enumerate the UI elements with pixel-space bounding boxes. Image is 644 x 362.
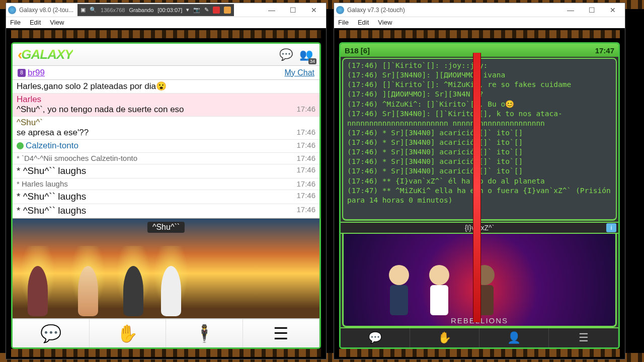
camera-icon[interactable]: 📷 — [193, 7, 200, 13]
galaxy-logo: GALAXY — [21, 47, 72, 62]
people-badge: 34 — [308, 58, 316, 64]
chat-time: 17:46 — [296, 105, 315, 113]
chat-time: 17:46 — [296, 154, 315, 162]
chat-text: * ^Shu^`` laughs — [17, 165, 296, 176]
chat-text: ^Shu^`, yo no tengo nada de suerte con e… — [17, 105, 296, 115]
nav-list-icon[interactable]: ☰ — [549, 328, 618, 347]
game-panel-right: B18 [6] 17:47 (17:46) []`Kirito`[]: :joy… — [339, 42, 620, 349]
chat-text: * Harles laughs — [17, 179, 296, 188]
bottom-nav: 💬 ✋ 🕴 ☰ — [13, 318, 319, 347]
pencil-icon[interactable]: ✎ — [204, 7, 209, 13]
close-button[interactable]: ✕ — [603, 4, 623, 16]
chat-text: Calzetin-tonto — [26, 141, 296, 151]
menubar-left: File Edit View — [6, 17, 326, 28]
nav-person-icon[interactable]: 👤 — [479, 328, 549, 347]
chat-time: 17:46 — [296, 179, 315, 188]
maximize-button[interactable]: ☐ — [582, 4, 602, 16]
right-window: Galaxy v7.3 (2-touch) — ☐ ✕ File Edit Vi… — [334, 3, 625, 359]
chat-nick: ^Shu^` — [17, 118, 315, 128]
nav-chat-icon[interactable]: 💬 — [13, 319, 90, 347]
clock: 17:47 — [595, 46, 614, 55]
menu-file[interactable]: File — [10, 19, 21, 26]
menu-view[interactable]: View — [50, 19, 64, 26]
menu-edit[interactable]: Edit — [30, 19, 41, 26]
recorder-label: Grabando — [129, 7, 153, 13]
recorder-time: [00:03:07] — [157, 7, 182, 13]
nav-list-icon[interactable]: ☰ — [243, 319, 320, 347]
chat-text: se apresa a ese'?? — [17, 128, 296, 138]
titlebar-right[interactable]: Galaxy v7.3 (2-touch) — ☐ ✕ — [334, 3, 625, 17]
chat-time: 17:46 — [296, 165, 315, 174]
minimize-button[interactable]: — — [262, 4, 282, 16]
menu-edit[interactable]: Edit — [358, 19, 369, 26]
chat-text: * ^Shu^`` laughs — [17, 191, 296, 202]
chat-area[interactable]: Harles,gano solo 2 plateadas por dia😮 Ha… — [13, 80, 319, 218]
recorder-dims: 1366x768 — [101, 7, 125, 13]
chat-time: 17:46 — [296, 191, 315, 200]
room-badge: 8 — [18, 69, 26, 77]
nav-hand-icon[interactable]: ✋ — [410, 328, 479, 347]
minimize-button[interactable]: — — [560, 4, 581, 16]
window-title: Galaxy v8.0 (2-tou... — [19, 7, 73, 14]
record-button[interactable] — [213, 7, 220, 14]
close-button[interactable]: ✕ — [304, 4, 324, 16]
maximize-button[interactable]: ☐ — [283, 4, 303, 16]
room-header[interactable]: B18 [6] — [345, 46, 370, 55]
room-name[interactable]: br99 — [28, 68, 45, 78]
avatar-stage[interactable]: ^Shu^`` — [13, 218, 319, 318]
avatar-name-tag[interactable]: ^Shu^`` — [147, 222, 185, 233]
chat-text: * ^Shu^`` laughs — [17, 205, 296, 216]
red-overlay-bar — [473, 53, 481, 322]
my-chat-link[interactable]: My Chat — [284, 68, 314, 77]
chat-time: 17:46 — [296, 141, 315, 149]
recorder-bar[interactable]: ▣ 🔍 1366x768 Grabando [00:03:07] ▾ 📷 ✎ — [77, 4, 234, 16]
nav-hand-icon[interactable]: ✋ — [90, 319, 167, 347]
window-title: Galaxy v7.3 (2-touch) — [347, 7, 405, 14]
left-window: Galaxy v8.0 (2-tou... ▣ 🔍 1366x768 Graba… — [6, 3, 327, 359]
chevron-down-icon[interactable]: ▾ — [186, 7, 189, 13]
chat-text: * `D4^-^Nii smooches Calzetin-tonto — [17, 154, 296, 162]
chat-nick: Harles — [17, 95, 315, 105]
game-panel-left: ‹ GALAXY 💬 👥34 8 br99 My Chat Harles,gan… — [11, 42, 321, 349]
chat-headline: Harles,gano solo 2 plateadas por dia😮 — [17, 81, 315, 92]
nav-person-icon[interactable]: 🕴 — [166, 319, 243, 347]
bottom-nav: 💬 ✋ 👤 ☰ — [341, 327, 618, 347]
chat-icon[interactable]: 💬 — [277, 47, 294, 62]
crop-icon[interactable]: ▣ — [80, 7, 86, 13]
info-icon[interactable]: i — [606, 223, 616, 232]
app-icon — [8, 6, 16, 14]
menubar-right: File Edit View — [334, 17, 625, 28]
zoom-icon[interactable]: 🔍 — [90, 7, 97, 13]
chat-time: 17:46 — [296, 205, 315, 214]
titlebar-left[interactable]: Galaxy v8.0 (2-tou... ▣ 🔍 1366x768 Graba… — [6, 3, 326, 17]
status-dot-icon — [17, 142, 24, 149]
chat-time: 17:46 — [296, 128, 315, 136]
people-icon[interactable]: 👥34 — [297, 47, 314, 62]
nav-chat-icon[interactable]: 💬 — [341, 328, 410, 347]
pause-button[interactable] — [224, 7, 231, 14]
app-icon — [336, 6, 344, 14]
menu-view[interactable]: View — [378, 19, 392, 26]
menu-file[interactable]: File — [338, 19, 349, 26]
